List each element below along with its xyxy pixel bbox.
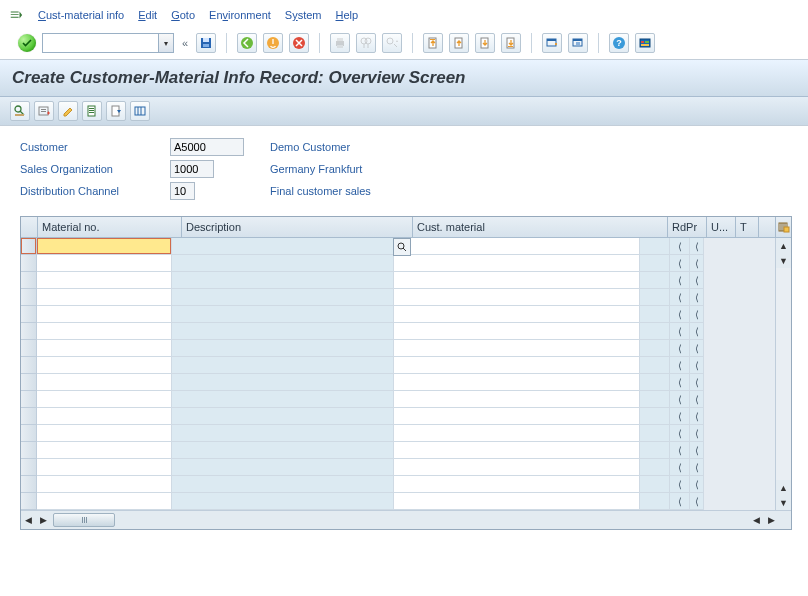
menu-help[interactable]: Help — [336, 9, 359, 21]
enter-button[interactable] — [18, 34, 36, 52]
row-selector[interactable] — [21, 255, 37, 272]
menu-system[interactable]: System — [285, 9, 322, 21]
cell-rdpr[interactable] — [640, 459, 670, 476]
cell-rdpr[interactable] — [640, 425, 670, 442]
cell-u[interactable]: ⟨ — [670, 272, 690, 289]
menu-edit[interactable]: Edit — [138, 9, 157, 21]
cell-material-no[interactable] — [37, 306, 172, 323]
find-next-button[interactable] — [382, 33, 402, 53]
cell-t[interactable]: ⟨ — [690, 493, 704, 510]
table-row[interactable]: ⟨⟨ — [21, 272, 775, 289]
menu-goto[interactable]: Goto — [171, 9, 195, 21]
col-cust-material[interactable]: Cust. material — [413, 217, 668, 237]
detail-button[interactable] — [10, 101, 30, 121]
col-t[interactable]: T — [736, 217, 759, 237]
cell-description[interactable] — [172, 408, 394, 425]
cell-u[interactable]: ⟨ — [670, 238, 690, 255]
cell-t[interactable]: ⟨ — [690, 408, 704, 425]
matchcode-icon[interactable] — [393, 238, 411, 256]
new-session-button[interactable] — [542, 33, 562, 53]
cell-material-no[interactable] — [37, 238, 172, 255]
cell-u[interactable]: ⟨ — [670, 340, 690, 357]
cell-material-no[interactable] — [37, 476, 172, 493]
cell-material-no[interactable] — [37, 340, 172, 357]
cell-description[interactable] — [172, 459, 394, 476]
row-selector[interactable] — [21, 391, 37, 408]
okcode-dropdown-icon[interactable]: ▾ — [158, 34, 173, 52]
help-button[interactable]: ? — [609, 33, 629, 53]
table-row[interactable]: ⟨⟨ — [21, 425, 775, 442]
scroll-down-step-icon[interactable]: ▼ — [775, 253, 791, 268]
cell-u[interactable]: ⟨ — [670, 306, 690, 323]
app-menu-icon[interactable] — [8, 7, 24, 23]
cell-material-no[interactable] — [37, 272, 172, 289]
table-row[interactable]: ⟨⟨ — [21, 459, 775, 476]
cell-t[interactable]: ⟨ — [690, 238, 704, 255]
scroll-up-icon[interactable]: ▲ — [775, 238, 791, 253]
okcode-input[interactable]: ▾ — [42, 33, 174, 53]
back-chevrons-icon[interactable]: « — [182, 38, 188, 49]
cell-t[interactable]: ⟨ — [690, 374, 704, 391]
vertical-scrollbar[interactable]: ▲ ▼ ▲ ▼ — [775, 217, 791, 510]
row-selector[interactable] — [21, 272, 37, 289]
cell-t[interactable]: ⟨ — [690, 323, 704, 340]
cell-rdpr[interactable] — [640, 272, 670, 289]
row-selector[interactable] — [21, 442, 37, 459]
customer-input[interactable] — [170, 138, 244, 156]
cell-cust-material[interactable] — [394, 391, 640, 408]
cell-rdpr[interactable] — [640, 391, 670, 408]
cell-material-no[interactable] — [37, 391, 172, 408]
cell-rdpr[interactable] — [640, 493, 670, 510]
cell-description[interactable] — [172, 374, 394, 391]
cell-rdpr[interactable] — [640, 238, 670, 255]
row-selector[interactable] — [21, 357, 37, 374]
delete-line-button[interactable] — [106, 101, 126, 121]
exit-button[interactable] — [263, 33, 283, 53]
table-row[interactable]: ⟨⟨ — [21, 238, 775, 255]
save-button[interactable] — [196, 33, 216, 53]
cell-material-no[interactable] — [37, 425, 172, 442]
cell-rdpr[interactable] — [640, 323, 670, 340]
cell-rdpr[interactable] — [640, 289, 670, 306]
find-button[interactable] — [356, 33, 376, 53]
shortcut-button[interactable] — [568, 33, 588, 53]
last-page-button[interactable] — [501, 33, 521, 53]
cell-t[interactable]: ⟨ — [690, 272, 704, 289]
prev-page-button[interactable] — [449, 33, 469, 53]
cell-cust-material[interactable] — [394, 289, 640, 306]
cell-t[interactable]: ⟨ — [690, 459, 704, 476]
cell-rdpr[interactable] — [640, 306, 670, 323]
cell-cust-material[interactable] — [394, 238, 640, 255]
scroll-thumb[interactable] — [53, 513, 115, 527]
cell-cust-material[interactable] — [394, 408, 640, 425]
cell-material-no[interactable] — [37, 442, 172, 459]
cell-u[interactable]: ⟨ — [670, 374, 690, 391]
table-row[interactable]: ⟨⟨ — [21, 340, 775, 357]
cell-description[interactable] — [172, 340, 394, 357]
dist-channel-input[interactable] — [170, 182, 195, 200]
horizontal-scrollbar[interactable]: ◀ ▶ ◀ ▶ — [21, 510, 791, 529]
cell-t[interactable]: ⟨ — [690, 255, 704, 272]
cell-description[interactable] — [172, 476, 394, 493]
table-row[interactable]: ⟨⟨ — [21, 442, 775, 459]
cell-cust-material[interactable] — [394, 272, 640, 289]
cell-description[interactable] — [172, 323, 394, 340]
menu-environment[interactable]: Environment — [209, 9, 271, 21]
cell-u[interactable]: ⟨ — [670, 391, 690, 408]
cell-u[interactable]: ⟨ — [670, 408, 690, 425]
row-selector[interactable] — [21, 340, 37, 357]
row-selector[interactable] — [21, 493, 37, 510]
cell-u[interactable]: ⟨ — [670, 357, 690, 374]
cell-cust-material[interactable] — [394, 255, 640, 272]
scroll-down-icon[interactable]: ▼ — [775, 495, 791, 510]
cell-material-no[interactable] — [37, 323, 172, 340]
table-row[interactable]: ⟨⟨ — [21, 357, 775, 374]
row-selector-header[interactable] — [21, 217, 38, 237]
cell-rdpr[interactable] — [640, 357, 670, 374]
cell-cust-material[interactable] — [394, 442, 640, 459]
cell-rdpr[interactable] — [640, 476, 670, 493]
cell-description[interactable] — [172, 272, 394, 289]
row-selector[interactable] — [21, 306, 37, 323]
cell-u[interactable]: ⟨ — [670, 476, 690, 493]
cell-u[interactable]: ⟨ — [670, 255, 690, 272]
